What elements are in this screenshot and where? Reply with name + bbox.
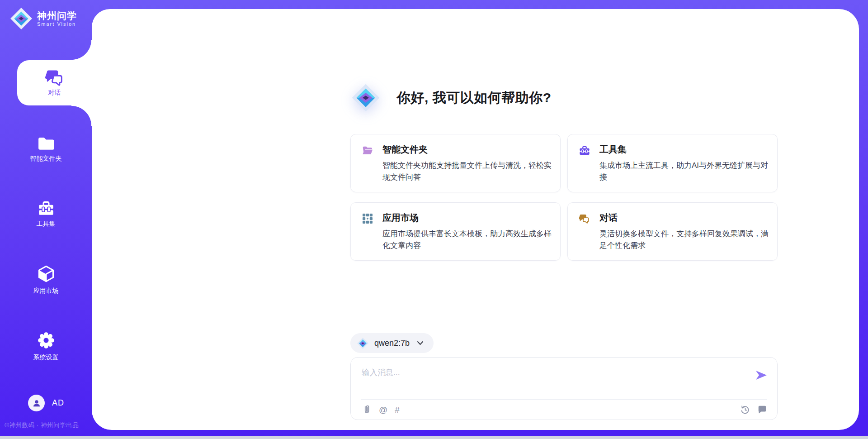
user-menu[interactable]: AD <box>28 395 64 411</box>
feature-card-chat[interactable]: 对话 灵活切换多模型文件，支持多样回复效果调试，满足个性化需求 <box>567 202 778 261</box>
card-title: 应用市场 <box>382 212 419 224</box>
toolbox-icon <box>579 145 590 156</box>
card-title: 工具集 <box>599 143 627 156</box>
sidebar-item-label: 智能文件夹 <box>30 155 62 163</box>
sidebar-item-folders[interactable]: 智能文件夹 <box>0 124 92 174</box>
card-description: 集成市场上主流工具，助力AI与外界无缝扩展与对接 <box>599 160 772 183</box>
model-gem-icon <box>357 337 369 349</box>
card-description: 灵活切换多模型文件，支持多样回复效果调试，满足个性化需求 <box>599 228 772 252</box>
conversation-icon[interactable] <box>757 405 767 415</box>
card-description: 应用市场提供丰富长文本模板，助力高效生成多样化文章内容 <box>382 228 555 252</box>
model-name: qwen2:7b <box>374 339 410 348</box>
model-selector[interactable]: qwen2:7b <box>350 333 434 353</box>
message-input[interactable] <box>362 363 750 382</box>
user-name: AD <box>52 398 64 408</box>
assistant-gem-icon <box>351 83 381 113</box>
person-icon <box>32 398 42 408</box>
composer-divider <box>361 399 767 400</box>
feature-card-folders[interactable]: 智能文件夹 智能文件夹功能支持批量文件上传与清洗，轻松实现文件问答 <box>350 134 561 192</box>
sidebar-item-settings[interactable]: 系统设置 <box>0 321 92 371</box>
cube-icon <box>37 265 55 283</box>
sidebar-item-label: 系统设置 <box>33 353 59 362</box>
sidebar-item-chat[interactable]: 对话 <box>17 60 92 105</box>
brand-gem-icon <box>10 7 33 30</box>
active-tab-fillet-top <box>71 40 92 60</box>
copyright-text: ©神州数码 · 神州问学出品 <box>5 421 79 429</box>
topic-icon[interactable]: # <box>395 405 400 415</box>
feature-card-tools[interactable]: 工具集 集成市场上主流工具，助力AI与外界无缝扩展与对接 <box>567 134 778 192</box>
chevron-down-icon <box>417 341 424 345</box>
feature-card-market[interactable]: 应用市场 应用市场提供丰富长文本模板，助力高效生成多样化文章内容 <box>350 202 561 261</box>
avatar <box>28 395 45 411</box>
sidebar-item-label: 应用市场 <box>33 287 59 295</box>
main-content: 你好, 我可以如何帮助你? 智能文件夹 智能文件夹功能支持批量文件上传与清洗，轻… <box>92 9 859 430</box>
mention-icon[interactable]: @ <box>379 405 387 415</box>
app-window: 神州问学 Smart Vision 对话 智能文件夹 <box>0 0 868 439</box>
brand-name: 神州问学 <box>37 10 77 21</box>
sidebar-item-label: 对话 <box>48 89 61 97</box>
sidebar: 神州问学 Smart Vision 对话 智能文件夹 <box>0 0 92 436</box>
brand-subtitle: Smart Vision <box>37 21 77 27</box>
card-description: 智能文件夹功能支持批量文件上传与清洗，轻松实现文件问答 <box>382 160 555 183</box>
toolbox-icon <box>38 200 55 216</box>
chat-bubbles-icon <box>45 69 64 86</box>
window-bottom-edge <box>0 436 868 439</box>
folder-icon <box>38 136 55 151</box>
card-title: 智能文件夹 <box>382 143 428 156</box>
attach-icon[interactable] <box>362 405 372 415</box>
chat-bubbles-icon <box>579 213 590 224</box>
folder-open-icon <box>362 145 373 156</box>
gear-icon <box>37 331 55 349</box>
brand-logo: 神州问学 Smart Vision <box>10 7 77 30</box>
active-tab-fillet-bottom <box>71 105 92 126</box>
greeting-text: 你好, 我可以如何帮助你? <box>397 89 552 107</box>
greeting: 你好, 我可以如何帮助你? <box>351 83 552 113</box>
sidebar-item-tools[interactable]: 工具集 <box>0 189 92 239</box>
grid-icon <box>362 213 373 224</box>
message-composer: @ # <box>350 357 778 420</box>
sidebar-item-market[interactable]: 应用市场 <box>0 255 92 305</box>
sidebar-item-label: 工具集 <box>37 220 56 228</box>
send-icon[interactable] <box>755 370 767 380</box>
history-icon[interactable] <box>740 405 750 415</box>
card-title: 对话 <box>599 212 618 224</box>
